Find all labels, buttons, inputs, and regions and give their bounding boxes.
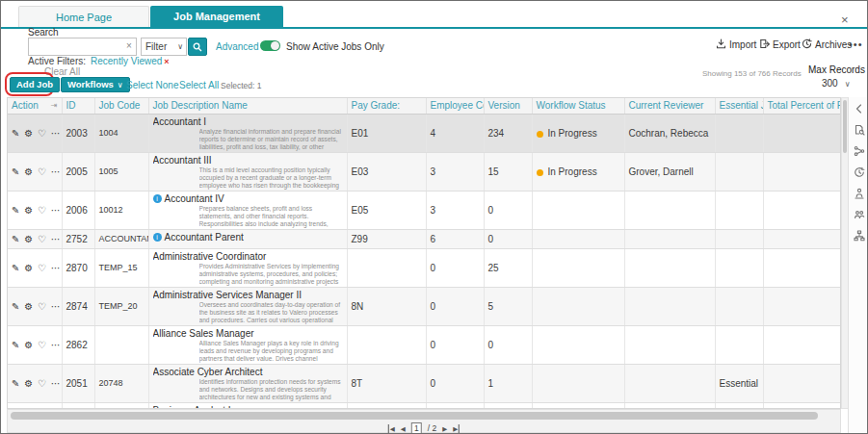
gear-icon[interactable]: ⚙ — [24, 378, 34, 389]
table-row[interactable]: ✎ ⚙ ♡ ⋯ 2006 10012 iAccountant IV Prepar… — [8, 191, 841, 229]
row-more-icon[interactable]: ⋯ — [51, 166, 62, 177]
row-more-icon[interactable]: ⋯ — [51, 234, 62, 244]
job-description: Alliance Sales Manager plays a key role … — [199, 340, 343, 363]
table-row[interactable]: ✎ ⚙ ♡ ⋯ 2752 ACCOUNTANT iAccountant Pare… — [8, 229, 841, 248]
edit-icon[interactable]: ✎ — [12, 166, 20, 177]
col-header-workflow-status[interactable]: Workflow Status — [532, 98, 624, 114]
row-more-icon[interactable]: ⋯ — [51, 263, 62, 273]
gear-icon[interactable]: ⚙ — [24, 166, 34, 177]
row-more-icon[interactable]: ⋯ — [51, 205, 62, 216]
row-more-icon[interactable]: ⋯ — [51, 340, 62, 350]
col-header-current-reviewer[interactable]: Current Reviewer — [624, 98, 715, 114]
table-row[interactable]: ✎ ⚙ ♡ ⋯ 2005 1005 Accountant III This is… — [8, 152, 841, 191]
page-total: / 2 — [428, 423, 436, 433]
edit-icon[interactable]: ✎ — [12, 263, 20, 273]
favorite-heart-icon[interactable]: ♡ — [38, 166, 47, 177]
col-header-job-description-name[interactable]: Job Description Name — [148, 98, 347, 114]
filter-chip-recently-viewed[interactable]: Recently Viewed× — [91, 56, 170, 66]
edit-icon[interactable]: ✎ — [12, 378, 20, 389]
edit-icon[interactable]: ✎ — [12, 301, 20, 312]
col-header-job-code[interactable]: Job Code — [94, 98, 148, 114]
favorite-heart-icon[interactable]: ♡ — [38, 263, 47, 273]
cell-id: 2870 — [62, 248, 94, 287]
column-options-icon[interactable]: ⇥ — [51, 101, 58, 110]
job-title: Accountant I — [153, 116, 207, 127]
right-icon-rail — [848, 97, 868, 434]
col-header-version[interactable]: Version — [484, 98, 532, 114]
gear-icon[interactable]: ⚙ — [24, 205, 34, 216]
col-header-essential-job[interactable]: Essential Job — [715, 98, 763, 114]
edit-icon[interactable]: ✎ — [12, 205, 20, 216]
table-row[interactable]: ✎ ⚙ ♡ ⋯ 2874 TEMP_20 Administrative Serv… — [8, 287, 841, 325]
table-row[interactable]: ✎ ⚙ ♡ ⋯ 2870 TEMP_15 Administrative Coor… — [8, 248, 841, 287]
table-row[interactable]: ✎ ⚙ ♡ ⋯ 2051 20748 Associate Cyber Archi… — [8, 364, 841, 402]
workflows-button[interactable]: Workflows∨ — [61, 77, 130, 92]
favorite-heart-icon[interactable]: ♡ — [38, 378, 47, 389]
gear-icon[interactable]: ⚙ — [24, 234, 34, 244]
page-number-input[interactable]: 1 — [411, 422, 422, 434]
tab-home-page[interactable]: Home Page — [18, 6, 149, 27]
tab-job-management[interactable]: Job Management — [150, 6, 283, 27]
favorite-heart-icon[interactable]: ♡ — [38, 301, 47, 312]
cell-id: 2874 — [62, 287, 94, 325]
org-chart-icon[interactable] — [849, 225, 868, 245]
chip-remove-icon[interactable]: × — [164, 57, 169, 66]
edit-icon[interactable]: ✎ — [12, 128, 20, 139]
gear-icon[interactable]: ⚙ — [24, 301, 34, 312]
gear-icon[interactable]: ⚙ — [24, 128, 34, 139]
active-jobs-toggle[interactable] — [260, 40, 280, 51]
filter-dropdown[interactable]: Filter ∨ — [141, 38, 187, 56]
team-icon[interactable] — [849, 204, 868, 224]
row-more-icon[interactable]: ⋯ — [51, 301, 62, 312]
search-clear-icon[interactable]: × — [126, 41, 132, 51]
col-header-action[interactable]: Action⇥ — [8, 98, 62, 114]
col-header-total-percent-remote[interactable]: Total Percent of Remote — [763, 98, 841, 114]
close-icon[interactable]: × — [841, 14, 849, 26]
search-button[interactable] — [188, 38, 207, 56]
col-header-pay-grade[interactable]: Pay Grade: — [347, 98, 426, 114]
favorite-heart-icon[interactable]: ♡ — [38, 234, 47, 244]
advanced-link[interactable]: Advanced — [216, 41, 258, 52]
gear-icon[interactable]: ⚙ — [24, 263, 34, 273]
history-icon[interactable] — [849, 162, 868, 182]
horizontal-scrollbar-thumb[interactable] — [11, 412, 818, 420]
favorite-heart-icon[interactable]: ♡ — [38, 205, 47, 216]
cell-total-percent-remote — [763, 325, 841, 364]
next-page-icon[interactable]: ▶ — [442, 424, 447, 433]
favorite-heart-icon[interactable]: ♡ — [38, 340, 47, 350]
edit-icon[interactable]: ✎ — [12, 234, 20, 244]
job-description: This is a mid level accounting position … — [199, 166, 343, 190]
col-header-id[interactable]: ID — [62, 98, 94, 114]
table-row[interactable]: ✎ ⚙ ♡ ⋯ 2003 1004 Accountant I Analyze f… — [8, 114, 841, 152]
collapse-panel-chevron-icon[interactable] — [849, 98, 868, 118]
bottom-bar: ◀ ◀ 1 / 2 ▶ ▶ — [7, 409, 841, 433]
share-network-icon[interactable] — [849, 140, 868, 161]
archives-button[interactable]: Archives — [802, 38, 852, 51]
table-row[interactable]: ✎ ⚙ ♡ ⋯ Business Analyst I The Associate… — [8, 402, 841, 409]
info-icon[interactable]: i — [153, 194, 162, 203]
edit-icon[interactable]: ✎ — [12, 340, 20, 350]
vertical-scrollbar-thumb[interactable] — [843, 100, 847, 153]
row-more-icon[interactable]: ⋯ — [51, 128, 62, 139]
add-job-button[interactable]: Add Job — [10, 77, 60, 92]
last-page-icon[interactable]: ▶ — [453, 424, 460, 433]
select-none-link[interactable]: Select None — [126, 80, 178, 90]
max-records-dropdown[interactable]: 300∨ — [822, 78, 851, 89]
export-button[interactable]: Export — [759, 38, 801, 51]
info-icon[interactable]: i — [153, 233, 162, 242]
document-preview-icon[interactable] — [849, 119, 868, 140]
row-more-icon[interactable]: ⋯ — [51, 378, 62, 389]
cell-job-code: 10012 — [94, 191, 148, 229]
import-button[interactable]: Import — [716, 38, 756, 51]
favorite-heart-icon[interactable]: ♡ — [38, 128, 47, 139]
previous-page-icon[interactable]: ◀ — [401, 424, 406, 433]
select-all-link[interactable]: Select All — [179, 80, 219, 90]
cell-version: 5 — [484, 287, 532, 325]
person-hierarchy-icon[interactable] — [849, 183, 868, 203]
first-page-icon[interactable]: ◀ — [388, 424, 395, 433]
table-row[interactable]: ✎ ⚙ ♡ ⋯ 2862 Alliance Sales Manager Alli… — [8, 325, 841, 364]
gear-icon[interactable]: ⚙ — [24, 340, 34, 350]
search-input[interactable] — [28, 38, 137, 56]
col-header-employee-count[interactable]: Employee Count — [426, 98, 484, 114]
more-options-icon[interactable]: ••• — [849, 38, 863, 50]
